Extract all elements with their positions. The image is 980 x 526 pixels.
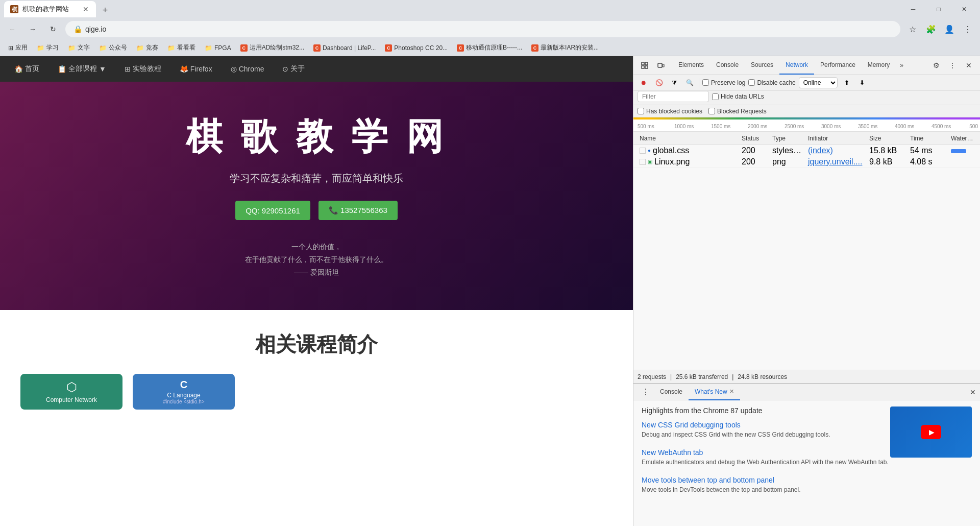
- blocked-requests-input[interactable]: [708, 108, 715, 114]
- hide-data-urls-checkbox[interactable]: Hide data URLs: [712, 93, 764, 100]
- maximize-button[interactable]: □: [927, 1, 950, 17]
- filter-input[interactable]: [638, 91, 709, 102]
- bookmark-study[interactable]: 📁 学习: [33, 42, 63, 54]
- bookmark-mobile[interactable]: C 移动通信原理B-----...: [453, 42, 526, 54]
- update-link-move-tools[interactable]: Move tools between top and bottom panel: [642, 476, 972, 484]
- folder-icon: 📁: [205, 44, 212, 52]
- bottom-panel-close-button[interactable]: ✕: [970, 388, 976, 396]
- initiator-link[interactable]: (index): [808, 146, 833, 155]
- tab-memory[interactable]: Memory: [862, 56, 896, 75]
- initiator-link[interactable]: jquery.unveil....: [808, 157, 862, 166]
- throttle-select[interactable]: Online Fast 3G Slow 3G Offline: [799, 77, 838, 88]
- bottom-menu-button[interactable]: ⋮: [638, 387, 654, 397]
- disable-cache-input[interactable]: [748, 79, 755, 86]
- devtools-close-button[interactable]: ✕: [962, 58, 976, 73]
- devtools-settings-button[interactable]: ⚙: [929, 58, 943, 73]
- bookmark-competition[interactable]: 📁 竞赛: [132, 42, 162, 54]
- bookmark-photoshop[interactable]: C Photoshop CC 20...: [381, 42, 452, 54]
- row-checkbox[interactable]: [640, 159, 646, 165]
- disable-cache-checkbox[interactable]: Disable cache: [748, 79, 795, 86]
- col-header-type[interactable]: Type: [770, 135, 806, 142]
- course-card-clang[interactable]: C C Language #include <stdio.h>: [133, 374, 235, 410]
- hero-title: 棋 歌 教 学 网: [186, 112, 447, 161]
- bookmark-star-icon[interactable]: ☆: [904, 21, 921, 37]
- nav-chrome[interactable]: ◎ Chrome: [227, 65, 268, 73]
- tab-sources[interactable]: Sources: [745, 56, 779, 75]
- active-tab[interactable]: 棋 棋歌的教学网站 ✕: [4, 1, 96, 17]
- hide-data-urls-input[interactable]: [712, 93, 719, 100]
- devtools-more-button[interactable]: ⋮: [945, 58, 960, 73]
- import-button[interactable]: ⬆: [841, 77, 853, 89]
- forward-button[interactable]: →: [24, 21, 41, 37]
- nav-firefox[interactable]: 🦊 Firefox: [176, 65, 216, 73]
- bottom-tab-console[interactable]: Console: [654, 384, 689, 400]
- nav-label: 全部课程: [68, 64, 97, 74]
- tick-3500: 3500 ms: [858, 124, 877, 129]
- nav-lab[interactable]: ⊞ 实验教程: [120, 64, 165, 74]
- col-header-name[interactable]: Name: [638, 135, 740, 142]
- nav-home[interactable]: 🏠 首页: [10, 64, 43, 74]
- nav-courses[interactable]: 📋 全部课程 ▼: [54, 64, 110, 74]
- refresh-button[interactable]: ↻: [45, 21, 61, 37]
- bookmark-apps[interactable]: ⊞ 应用: [4, 42, 32, 54]
- bookmark-text[interactable]: 📁 文字: [64, 42, 94, 54]
- nav-about[interactable]: ⊙ 关于: [278, 64, 309, 74]
- bookmark-wechat[interactable]: 📁 公众号: [95, 42, 131, 54]
- col-header-status[interactable]: Status: [740, 135, 770, 142]
- bottom-tab-whatsnew[interactable]: What's New ✕: [689, 384, 740, 400]
- close-button[interactable]: ✕: [952, 1, 976, 17]
- nav-label: 关于: [290, 64, 305, 74]
- hero-subtitle: 学习不应复杂和痛苦，而应简单和快乐: [230, 172, 403, 185]
- col-header-initiator[interactable]: Initiator: [806, 135, 867, 142]
- profile-icon[interactable]: 👤: [941, 21, 958, 37]
- col-header-time[interactable]: Time: [908, 135, 949, 142]
- back-button[interactable]: ←: [4, 21, 20, 37]
- export-button[interactable]: ⬇: [856, 77, 868, 89]
- more-tabs-button[interactable]: »: [896, 62, 908, 69]
- row-checkbox[interactable]: [640, 148, 646, 154]
- network-table-container: Name Status Type Initiator Size Time Wat…: [633, 132, 980, 370]
- folder-icon: 📁: [136, 44, 144, 52]
- inspect-element-button[interactable]: [638, 58, 652, 73]
- bookmark-fpga[interactable]: 📁 FPGA: [201, 42, 235, 54]
- device-toggle-button[interactable]: [654, 58, 668, 73]
- tab-performance[interactable]: Performance: [814, 56, 862, 75]
- col-header-waterfall[interactable]: Waterfall ▲: [949, 135, 976, 142]
- preserve-log-checkbox[interactable]: Preserve log: [702, 79, 745, 86]
- record-button[interactable]: ⏺: [638, 77, 650, 89]
- table-row[interactable]: ● global.css 200 stylesh... (index) 15.8…: [633, 145, 980, 156]
- has-blocked-cookies-input[interactable]: [638, 108, 644, 114]
- blocked-requests-checkbox[interactable]: Blocked Requests: [708, 108, 767, 115]
- row-filename: global.css: [653, 146, 689, 155]
- table-header: Name Status Type Initiator Size Time Wat…: [633, 132, 980, 145]
- search-button[interactable]: 🔍: [683, 77, 696, 89]
- qq-button[interactable]: QQ: 929051261: [235, 201, 310, 220]
- col-header-size[interactable]: Size: [867, 135, 908, 142]
- row-waterfall: [949, 146, 976, 155]
- phone-button[interactable]: 📞 13527556363: [318, 201, 398, 220]
- whatsnew-tab-close[interactable]: ✕: [729, 388, 734, 395]
- window-controls: ─ □ ✕: [901, 1, 976, 17]
- preserve-log-input[interactable]: [702, 79, 709, 86]
- bookmark-dashboard[interactable]: C Dashboard | LifeP...: [309, 42, 380, 54]
- course-card-computer[interactable]: ⬡ Computer Network: [20, 374, 122, 410]
- has-blocked-cookies-checkbox[interactable]: Has blocked cookies: [638, 108, 702, 115]
- new-tab-button[interactable]: +: [98, 3, 112, 17]
- tab-console[interactable]: Console: [710, 56, 745, 75]
- address-input[interactable]: 🔒 qige.io: [65, 21, 900, 37]
- bookmark-iar[interactable]: C 最新版本IAR的安装...: [527, 42, 603, 54]
- yt-play-button[interactable]: ▶: [921, 425, 941, 439]
- extensions-icon[interactable]: 🧩: [923, 21, 939, 37]
- menu-icon[interactable]: ⋮: [960, 21, 976, 37]
- minimize-button[interactable]: ─: [901, 1, 925, 17]
- clear-button[interactable]: 🚫: [653, 77, 665, 89]
- filter-toggle-button[interactable]: ⧩: [668, 77, 680, 89]
- tab-elements[interactable]: Elements: [672, 56, 710, 75]
- tab-network[interactable]: Network: [779, 56, 814, 75]
- tab-close-button[interactable]: ✕: [82, 5, 90, 13]
- bookmark-stm32[interactable]: C 运用AD绘制stm32...: [236, 42, 308, 54]
- table-row[interactable]: ▣ Linux.png 200 png jquery.unveil.... 9.…: [633, 156, 980, 168]
- svg-rect-1: [645, 62, 648, 65]
- row-size: 9.8 kB: [867, 157, 908, 166]
- bookmark-kankan[interactable]: 📁 看看看: [163, 42, 200, 54]
